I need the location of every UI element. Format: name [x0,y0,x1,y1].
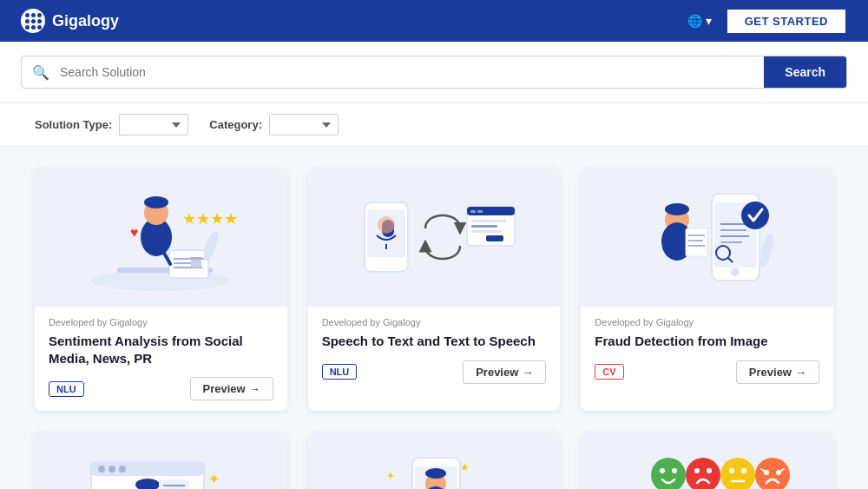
illustration-speech [339,176,529,298]
card-image-4: 👍 ✦ [35,432,287,489]
svg-point-75 [660,468,665,473]
svg-point-41 [665,203,689,215]
preview-label-1: Preview [203,382,246,395]
preview-arrow-3: → [795,366,806,379]
card-footer-1: NLU Preview → [49,377,273,400]
svg-rect-22 [470,210,476,213]
card-title-3: Fraud Detection from Image [595,333,819,350]
get-started-button[interactable]: GET STARTED [726,8,847,35]
search-input[interactable] [60,56,764,88]
svg-rect-13 [191,259,201,268]
card-speech: Developed by Gigalogy Speech to Text and… [308,168,561,411]
card-footer-3: CV Preview → [595,360,819,384]
svg-point-51 [119,466,126,472]
illustration-emotion [612,445,803,489]
solution-type-select[interactable] [119,114,188,135]
navbar: Gigalogy 🌐 ▾ GET STARTED [0,0,868,42]
card-developer-3: Developed by Gigalogy [595,317,819,327]
svg-point-81 [729,468,734,473]
card-image-1: ★★★★ ♥ [35,168,287,307]
navbar-right: 🌐 ▾ GET STARTED [687,8,847,35]
card-image-3 [581,168,833,307]
illustration-mobile: ★ ✦ ✦ [339,445,529,489]
svg-point-31 [731,268,740,276]
search-bar: 🔍 Search [21,56,847,89]
search-button[interactable]: Search [764,56,846,88]
filter-section: Solution Type: Category: [0,103,868,147]
card-developer-2: Developed by Gigalogy [322,317,547,327]
svg-point-77 [686,458,720,489]
svg-point-0 [91,270,230,291]
svg-text:✦: ✦ [208,472,220,486]
svg-rect-25 [471,225,497,228]
svg-text:✦: ✦ [386,470,395,482]
svg-text:★★★★: ★★★★ [182,210,238,228]
search-section: 🔍 Search [0,42,868,103]
preview-label-2: Preview [476,366,518,379]
card-body-3: Developed by Gigalogy Fraud Detection fr… [581,307,833,394]
category-filter: Category: [209,114,339,135]
illustration-sentiment: ★★★★ ♥ [65,176,256,298]
svg-rect-14 [190,257,202,260]
svg-rect-55 [159,479,189,489]
logo-icon [21,9,45,33]
card-video-conference: 👍 ✦ Developed by Gigalogy Video Conferen… [35,432,287,489]
card-emotion: Developed by Gigalogy Emotion Detection [581,432,833,489]
card-body-2: Developed by Gigalogy Speech to Text and… [308,307,561,394]
card-title-1: Sentiment Analysis from Social Media, Ne… [49,333,273,367]
solution-type-label: Solution Type: [35,118,112,131]
svg-point-19 [378,216,395,234]
svg-point-9 [144,196,168,208]
svg-point-78 [694,468,700,473]
solution-type-filter: Solution Type: [35,114,188,135]
lang-chevron: ▾ [706,14,712,28]
svg-point-69 [425,468,446,479]
svg-rect-27 [486,235,503,241]
globe-icon: 🌐 [687,14,702,28]
svg-rect-48 [91,462,204,476]
svg-point-76 [672,468,677,473]
svg-rect-26 [471,230,502,233]
preview-button-3[interactable]: Preview → [736,360,819,384]
card-sentiment-analysis: ★★★★ ♥ Developed by Gigalogy Sentiment A… [35,168,287,411]
logo-text: Gigalogy [52,12,119,30]
card-tag-3: CV [595,364,623,380]
preview-arrow-1: → [249,382,260,395]
card-image-6 [581,432,833,489]
svg-point-82 [741,468,746,473]
card-tag-1: NLU [49,381,84,397]
preview-button-2[interactable]: Preview → [463,360,546,384]
preview-button-1[interactable]: Preview → [190,377,273,400]
card-mobile-analytics: ★ ✦ ✦ Developed by Gigalogy Mobile User … [308,432,561,489]
illustration-video: 👍 ✦ [65,445,256,489]
category-select[interactable] [269,114,339,135]
svg-rect-24 [471,220,506,222]
svg-point-32 [741,202,769,229]
language-button[interactable]: 🌐 ▾ [687,14,712,28]
card-tag-2: NLU [322,364,358,380]
category-label: Category: [209,118,262,131]
card-title-2: Speech to Text and Text to Speech [322,333,547,350]
preview-label-3: Preview [749,366,792,379]
svg-rect-42 [686,228,707,256]
preview-arrow-2: → [522,366,533,379]
svg-point-49 [98,466,105,472]
logo-dots [25,13,42,30]
svg-rect-23 [477,210,483,213]
svg-point-74 [651,458,686,489]
card-fraud: Developed by Gigalogy Fraud Detection fr… [581,168,833,411]
card-grid: ★★★★ ♥ Developed by Gigalogy Sentiment A… [0,147,868,489]
svg-point-80 [720,458,755,489]
svg-point-84 [755,458,790,489]
svg-point-50 [108,466,115,472]
card-image-2 [308,168,561,307]
svg-text:♥: ♥ [130,225,139,240]
svg-point-79 [707,468,712,473]
logo: Gigalogy [21,9,119,33]
card-developer-1: Developed by Gigalogy [49,317,273,327]
illustration-fraud [612,176,803,298]
svg-text:★: ★ [460,461,470,473]
search-icon: 🔍 [22,64,60,81]
card-image-5: ★ ✦ ✦ [308,432,561,489]
card-body-1: Developed by Gigalogy Sentiment Analysis… [35,307,287,411]
